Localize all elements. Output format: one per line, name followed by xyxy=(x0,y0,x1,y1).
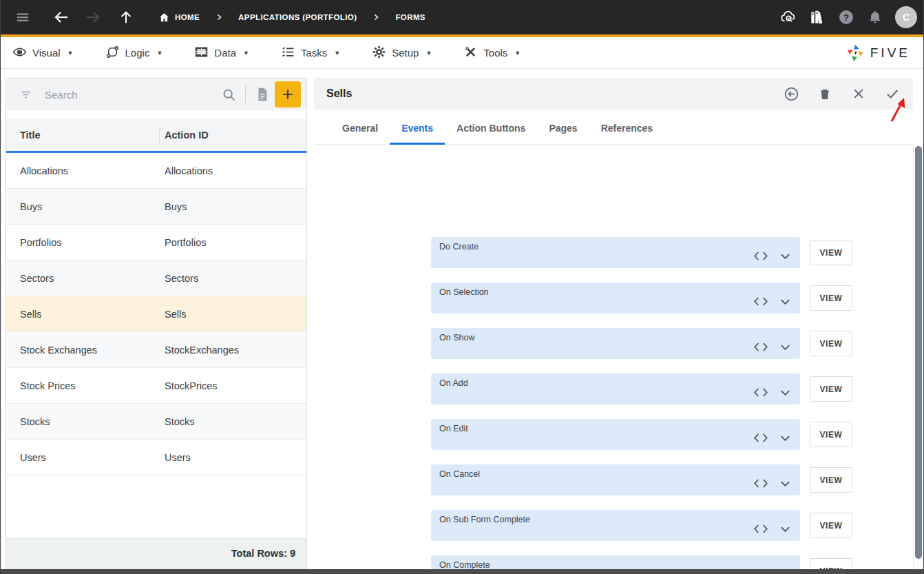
table-row[interactable]: Portfolios Portfolios xyxy=(6,225,306,260)
up-arrow-icon[interactable] xyxy=(114,6,138,29)
row-title-cell: Stocks xyxy=(6,416,165,427)
search-input[interactable] xyxy=(45,89,218,101)
event-field[interactable]: On Selection xyxy=(431,283,800,314)
breadcrumb: HOME APPLICATIONS (PORTFOLIO) FORMS xyxy=(158,12,426,23)
event-field[interactable]: On Edit xyxy=(431,419,800,450)
event-row: On Selection VIEW xyxy=(431,283,852,314)
table-row[interactable]: Buys Buys xyxy=(6,189,306,225)
cloud-inspect-icon[interactable] xyxy=(777,6,800,29)
view-button[interactable]: VIEW xyxy=(810,467,852,493)
code-icon[interactable] xyxy=(753,296,768,307)
tab-action-buttons[interactable]: Action Buttons xyxy=(445,112,537,145)
menu-visual[interactable]: Visual ▼ xyxy=(12,45,74,61)
table-row[interactable]: Stock Exchanges StockExchanges xyxy=(6,332,306,368)
chevron-down-icon: ▼ xyxy=(156,50,162,57)
home-icon[interactable] xyxy=(158,12,170,23)
view-button[interactable]: VIEW xyxy=(810,240,852,265)
event-field-icons xyxy=(753,380,790,404)
table-row[interactable]: Sells Sells xyxy=(6,296,306,332)
view-button[interactable]: VIEW xyxy=(810,331,852,356)
column-header-title[interactable]: Title xyxy=(6,130,165,141)
event-label: On Add xyxy=(439,378,468,388)
breadcrumb-separator-icon xyxy=(372,13,380,21)
revert-icon[interactable] xyxy=(783,85,799,102)
breadcrumb-forms[interactable]: FORMS xyxy=(395,13,426,21)
document-copy-icon[interactable] xyxy=(251,83,273,105)
tools-icon xyxy=(463,45,478,61)
table-row[interactable]: Sectors Sectors xyxy=(6,260,306,296)
vertical-scrollbar[interactable] xyxy=(913,145,923,569)
event-field[interactable]: On Show xyxy=(431,328,800,359)
menu-logic[interactable]: Logic ▼ xyxy=(105,45,163,61)
table-row[interactable]: Stock Prices StockPrices xyxy=(6,368,306,404)
chevron-down-icon[interactable] xyxy=(780,480,790,487)
menu-data[interactable]: Data ▼ xyxy=(194,45,249,61)
column-divider[interactable] xyxy=(159,128,160,143)
menu-tasks[interactable]: Tasks ▼ xyxy=(281,45,340,61)
horizontal-scrollbar[interactable] xyxy=(0,569,924,574)
view-button[interactable]: VIEW xyxy=(810,513,852,538)
chevron-down-icon[interactable] xyxy=(780,526,790,533)
table-row[interactable]: Stocks Stocks xyxy=(6,404,306,440)
breadcrumb-home[interactable]: HOME xyxy=(175,13,200,21)
menu-label: Visual xyxy=(32,47,61,59)
breadcrumb-applications[interactable]: APPLICATIONS (PORTFOLIO) xyxy=(238,13,357,21)
chevron-down-icon[interactable] xyxy=(780,253,790,260)
search-icon[interactable] xyxy=(218,83,240,105)
back-arrow-icon[interactable] xyxy=(50,6,73,29)
menu-tools[interactable]: Tools ▼ xyxy=(463,45,521,61)
event-label: On Edit xyxy=(439,424,468,433)
chevron-down-icon[interactable] xyxy=(780,298,790,305)
delete-icon[interactable] xyxy=(817,85,833,102)
hamburger-menu-icon[interactable] xyxy=(11,6,34,29)
code-icon[interactable] xyxy=(753,342,768,352)
tab-pages[interactable]: Pages xyxy=(537,112,589,145)
event-field[interactable]: Do Create xyxy=(431,237,800,268)
notifications-bell-icon[interactable] xyxy=(863,6,887,29)
code-icon[interactable] xyxy=(753,433,768,443)
view-button[interactable]: VIEW xyxy=(810,285,852,311)
table-row[interactable]: Users Users xyxy=(6,440,306,475)
scrollbar-thumb[interactable] xyxy=(915,146,922,559)
menu-label: Logic xyxy=(125,47,150,59)
close-icon[interactable] xyxy=(850,85,867,102)
five-logo-icon xyxy=(846,43,865,63)
top-navbar: HOME APPLICATIONS (PORTFOLIO) FORMS ? xyxy=(0,0,924,34)
event-field[interactable]: On Add xyxy=(431,373,800,404)
tab-events[interactable]: Events xyxy=(390,112,445,145)
event-label: Do Create xyxy=(439,242,479,252)
save-check-icon[interactable] xyxy=(884,85,901,102)
detail-actions xyxy=(783,85,901,102)
row-title-cell: Stock Prices xyxy=(6,380,165,391)
search-bar xyxy=(6,79,306,110)
event-field[interactable]: On Sub Form Complete xyxy=(431,510,800,541)
table-row[interactable]: Allocations Allocations xyxy=(6,153,306,189)
form-detail-panel: Sells General Events Action Buttons Page… xyxy=(314,78,913,569)
tab-references[interactable]: References xyxy=(589,112,665,145)
tab-general[interactable]: General xyxy=(330,112,390,145)
code-icon[interactable] xyxy=(753,387,768,398)
add-record-button[interactable] xyxy=(275,81,301,107)
event-field[interactable]: On Cancel xyxy=(431,464,800,495)
library-books-icon[interactable] xyxy=(806,6,829,29)
help-icon[interactable]: ? xyxy=(834,6,858,29)
code-icon[interactable] xyxy=(753,251,768,261)
code-icon[interactable] xyxy=(753,478,768,489)
detail-header: Sells xyxy=(314,78,913,110)
filter-icon[interactable] xyxy=(14,83,36,105)
column-header-action-id[interactable]: Action ID xyxy=(165,130,306,141)
menu-setup[interactable]: Setup ▼ xyxy=(372,45,432,61)
code-icon[interactable] xyxy=(753,524,768,534)
event-row: Do Create VIEW xyxy=(431,237,852,268)
chevron-down-icon[interactable] xyxy=(780,435,790,442)
chevron-down-icon[interactable] xyxy=(780,389,790,396)
avatar[interactable]: C xyxy=(895,6,917,28)
event-field-icons xyxy=(753,289,790,314)
chevron-down-icon[interactable] xyxy=(780,344,790,351)
checklist-icon xyxy=(281,45,295,61)
view-button[interactable]: VIEW xyxy=(810,376,852,402)
view-button[interactable]: VIEW xyxy=(810,422,852,447)
plus-icon xyxy=(281,88,295,101)
panel-gap xyxy=(6,110,306,119)
event-field-icons xyxy=(753,244,790,268)
